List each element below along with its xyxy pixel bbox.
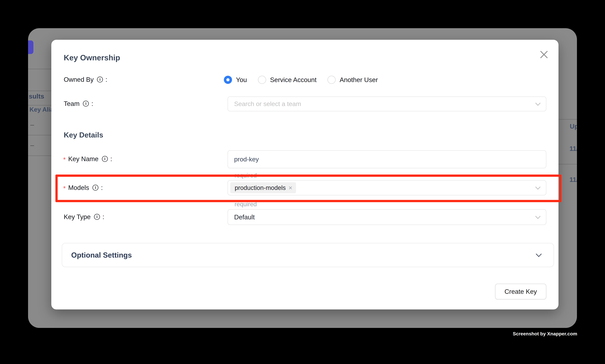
radio-another-user[interactable]: [327, 76, 336, 84]
label-colon: :: [91, 100, 93, 107]
owned-by-radio-group: You Service Account Another User: [224, 74, 378, 85]
team-label-row: Team i :: [64, 100, 93, 107]
label-colon: :: [103, 213, 104, 221]
label-colon: :: [105, 76, 107, 83]
key-name-input[interactable]: prod-key: [228, 150, 546, 168]
label-colon: :: [110, 155, 112, 163]
key-details-heading: Key Details: [64, 131, 103, 139]
info-icon[interactable]: i: [102, 156, 108, 162]
background-primary-button-partial[interactable]: [28, 40, 33, 54]
screenshot-stage: eset Filt sults Key Alia – – Up 11/ 11/ …: [0, 0, 605, 364]
required-asterisk: *: [63, 156, 66, 163]
create-key-button-label: Create Key: [504, 288, 537, 295]
close-icon: [540, 50, 548, 59]
table-header-updated: Up: [570, 122, 577, 130]
table-cell-key-alias-row1: –: [30, 121, 34, 129]
annotation-highlight-rectangle: [55, 175, 561, 202]
chevron-down-icon: [536, 251, 542, 257]
chevron-down-icon: [535, 101, 541, 106]
divider: [28, 156, 51, 156]
radio-you[interactable]: [224, 76, 232, 84]
table-cell-key-alias-row2: –: [30, 141, 34, 149]
table-cell-updated-row2: 11/: [569, 176, 577, 183]
team-label: Team: [64, 100, 79, 107]
key-name-label-row: * Key Name i :: [63, 155, 112, 163]
team-select-placeholder: Search or select a team: [234, 100, 301, 108]
key-name-label: Key Name: [68, 155, 99, 163]
divider: [558, 119, 577, 119]
modal-title: Key Ownership: [64, 53, 120, 62]
owned-by-label: Owned By: [64, 76, 94, 83]
info-icon[interactable]: i: [83, 101, 89, 107]
team-select[interactable]: Search or select a team: [228, 96, 546, 111]
key-type-select[interactable]: Default: [228, 209, 546, 225]
radio-you-label[interactable]: You: [236, 76, 247, 84]
key-type-value: Default: [234, 213, 255, 221]
optional-settings-panel[interactable]: Optional Settings: [62, 243, 554, 267]
create-key-button[interactable]: Create Key: [495, 284, 546, 299]
table-cell-updated-row1: 11/: [569, 145, 577, 152]
close-button[interactable]: [536, 47, 552, 62]
key-name-value: prod-key: [234, 156, 259, 163]
optional-settings-title: Optional Settings: [71, 251, 132, 259]
info-icon[interactable]: i: [94, 214, 100, 220]
results-count-label: sults: [29, 92, 44, 100]
key-type-label-row: Key Type i :: [64, 213, 104, 221]
divider: [28, 105, 51, 105]
radio-another-user-label[interactable]: Another User: [340, 76, 378, 84]
key-type-label: Key Type: [64, 213, 91, 221]
info-icon[interactable]: i: [97, 77, 103, 82]
owned-by-label-row: Owned By i :: [64, 76, 107, 83]
table-header-key-alias: Key Alia: [29, 106, 54, 113]
divider: [28, 135, 51, 135]
chevron-down-icon: [535, 214, 541, 219]
divider: [558, 164, 577, 164]
watermark-credit: Screenshot by Xnapper.com: [513, 331, 577, 337]
radio-service-account[interactable]: [258, 76, 266, 84]
radio-service-account-label[interactable]: Service Account: [270, 76, 317, 84]
